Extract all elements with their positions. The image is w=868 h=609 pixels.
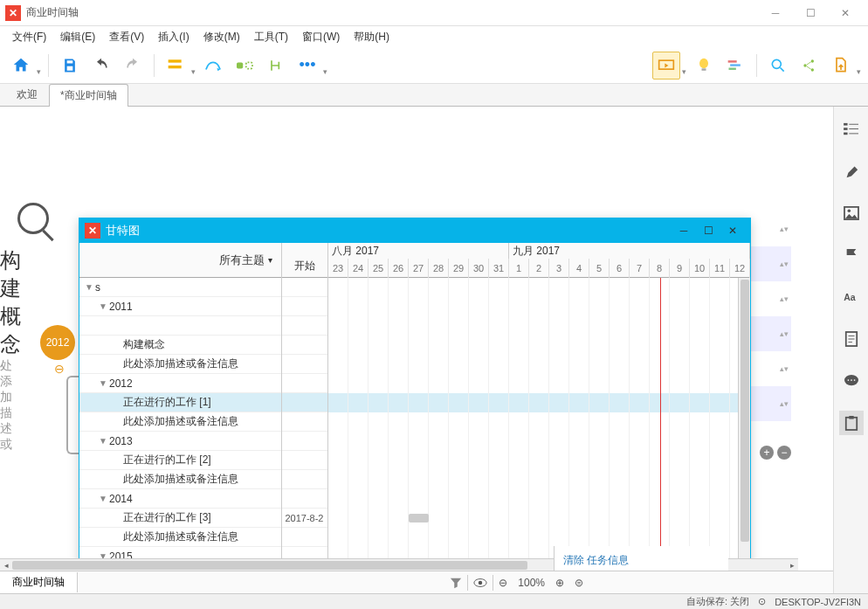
day-header: 3	[549, 259, 569, 278]
magnifier-icon	[17, 203, 49, 234]
stepper[interactable]: ▴▾	[777, 399, 791, 408]
tree-row[interactable]: ▼2014	[79, 489, 281, 509]
dropdown-icon[interactable]: ▾	[323, 67, 327, 83]
stepper[interactable]: ▴▾	[777, 225, 791, 233]
menu-tools[interactable]: 工具(T)	[247, 28, 295, 46]
tree-row[interactable]: 此处添加描述或备注信息	[79, 355, 281, 374]
redo-button[interactable]	[119, 52, 147, 80]
scroll-thumb[interactable]	[741, 280, 749, 542]
zoom-out-button[interactable]: ⊖	[493, 577, 513, 589]
menu-file[interactable]: 文件(F)	[5, 28, 53, 46]
day-header: 23	[328, 259, 348, 278]
gantt-minimize-button[interactable]: ─	[672, 220, 696, 241]
home-button[interactable]	[7, 52, 35, 80]
gantt-close-button[interactable]: ✕	[720, 220, 745, 241]
tree-row[interactable]: ▼2013	[79, 432, 281, 451]
add-button[interactable]: +	[760, 446, 774, 460]
day-header: 30	[469, 259, 489, 278]
dropdown-icon[interactable]: ▾	[37, 67, 41, 83]
clear-task-link[interactable]: 清除 任务信息	[563, 553, 728, 568]
tree-row[interactable]: 此处添加描述或备注信息	[79, 412, 281, 432]
save-button[interactable]	[56, 52, 84, 80]
sheet-tab[interactable]: 商业时间轴	[0, 572, 78, 592]
canvas[interactable]: 构建概念 处添加描述或 2012 ⊖ ▴▾ ▴▾ ▴▾ ▴▾ ▴▾ ▴▾ + −	[0, 107, 833, 593]
tab-timeline[interactable]: *商业时间轴	[49, 84, 128, 107]
relationship-button[interactable]	[199, 52, 227, 80]
menu-help[interactable]: 帮助(H)	[347, 28, 396, 46]
day-header: 12	[730, 259, 750, 278]
menu-modify[interactable]: 修改(M)	[196, 28, 247, 46]
menu-insert[interactable]: 插入(I)	[151, 28, 196, 46]
export-button[interactable]	[827, 52, 855, 80]
tab-welcome[interactable]: 欢迎	[5, 83, 49, 106]
tree-row[interactable]: 正在进行的工作 [3]	[79, 509, 281, 528]
image-icon[interactable]	[839, 201, 864, 225]
gantt-bar[interactable]	[409, 514, 429, 522]
tree-row[interactable]	[79, 316, 281, 336]
boundary-button[interactable]	[231, 52, 258, 80]
search-button[interactable]	[764, 52, 792, 80]
gantt-button[interactable]	[721, 52, 749, 80]
tree-row[interactable]: 正在进行的工作 [2]	[79, 451, 281, 470]
visibility-button[interactable]	[468, 578, 493, 588]
maximize-button[interactable]: ☐	[793, 1, 828, 25]
dropdown-icon[interactable]: ▾	[857, 67, 861, 83]
flag-icon[interactable]	[839, 243, 864, 267]
more-button[interactable]: •••	[293, 52, 321, 80]
style-icon[interactable]	[839, 159, 864, 183]
comments-icon[interactable]	[839, 369, 864, 393]
presentation-button[interactable]	[652, 52, 680, 80]
menu-view[interactable]: 查看(V)	[102, 28, 151, 46]
minimize-button[interactable]: ─	[758, 1, 793, 25]
tree-row[interactable]: ▼2011	[79, 297, 281, 316]
font-icon[interactable]: Aa	[839, 285, 864, 309]
menu-edit[interactable]: 编辑(E)	[53, 28, 102, 46]
menu-window[interactable]: 窗口(W)	[295, 28, 347, 46]
summary-button[interactable]	[262, 52, 290, 80]
zoom-in-button[interactable]: ⊕	[550, 577, 569, 589]
notes-icon[interactable]	[839, 327, 864, 351]
stepper[interactable]: ▴▾	[777, 260, 791, 268]
gantt-tree[interactable]: ▼s▼2011构建概念此处添加描述或备注信息▼2012正在进行的工作 [1]此处…	[79, 278, 281, 592]
tree-row[interactable]: 构建概念	[79, 336, 281, 355]
format-icon[interactable]	[839, 117, 864, 142]
year-node[interactable]: 2012	[40, 325, 75, 360]
zoom-level[interactable]: 100%	[513, 577, 550, 589]
gantt-tree-header[interactable]: 所有主题 ▾	[79, 243, 281, 278]
tree-row[interactable]: 此处添加描述或备注信息	[79, 470, 281, 489]
scroll-right-icon[interactable]: ▸	[786, 559, 798, 571]
dropdown-icon[interactable]: ▾	[268, 255, 272, 265]
svg-point-13	[811, 68, 814, 71]
day-header: 10	[690, 259, 710, 278]
share-button[interactable]	[796, 52, 823, 80]
filter-button[interactable]	[444, 577, 467, 589]
gantt-titlebar[interactable]: ✕ 甘特图 ─ ☐ ✕	[79, 218, 750, 243]
svg-rect-6	[702, 68, 706, 71]
scroll-left-icon[interactable]: ◂	[0, 559, 12, 571]
tree-row[interactable]: ▼2012	[79, 374, 281, 393]
day-header: 1	[509, 259, 529, 278]
task-icon[interactable]	[839, 411, 864, 435]
svg-text:Aa: Aa	[844, 292, 856, 302]
scroll-thumb[interactable]	[12, 561, 527, 570]
idea-button[interactable]	[690, 52, 718, 80]
gantt-vscroll[interactable]	[738, 278, 750, 593]
stepper[interactable]: ▴▾	[777, 294, 791, 303]
tree-row[interactable]: ▼s	[79, 278, 281, 297]
close-button[interactable]: ✕	[828, 1, 863, 25]
fit-button[interactable]: ⊜	[569, 577, 589, 589]
gantt-maximize-button[interactable]: ☐	[696, 220, 720, 241]
day-header: 27	[409, 259, 429, 278]
date-cell	[282, 393, 327, 412]
undo-button[interactable]	[87, 52, 115, 80]
remove-button[interactable]: −	[777, 446, 791, 460]
dropdown-icon[interactable]: ▾	[682, 67, 686, 83]
stepper[interactable]: ▴▾	[777, 329, 791, 338]
collapse-handle[interactable]: ⊖	[54, 362, 65, 376]
date-cell	[282, 297, 327, 316]
dropdown-icon[interactable]: ▾	[191, 67, 196, 83]
outline-button[interactable]	[162, 52, 189, 80]
tree-row[interactable]: 正在进行的工作 [1]	[79, 393, 281, 412]
tree-row[interactable]: 此处添加描述或备注信息	[79, 528, 281, 547]
stepper[interactable]: ▴▾	[777, 364, 791, 373]
